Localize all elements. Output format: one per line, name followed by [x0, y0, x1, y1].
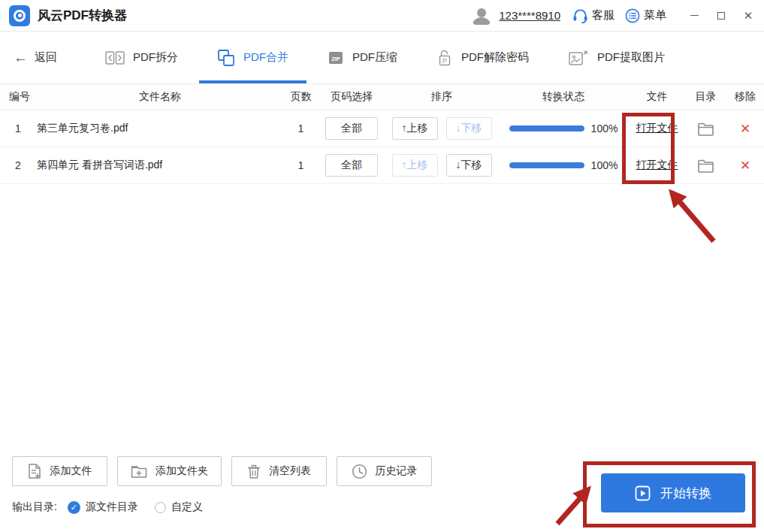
add-folder-icon	[131, 464, 147, 479]
radio-checked-icon: ✓	[68, 501, 80, 514]
move-up-button[interactable]: ↑上移	[392, 154, 438, 177]
table-header-row: 编号 文件名称 页数 页码选择 排序 转换状态 文件 目录 移除	[0, 84, 764, 110]
headset-icon	[572, 8, 588, 23]
row-filename: 第四单元 看拼音写词语.pdf	[36, 159, 284, 172]
tabbar: ← 返回 PDF拆分 PDF合并 ZIP PDF压缩	[0, 32, 764, 84]
remove-row-button[interactable]: ✕	[740, 158, 750, 174]
clock-icon	[352, 464, 367, 479]
tab-pdf-merge[interactable]: PDF合并	[198, 32, 308, 83]
tab-label: PDF提取图片	[597, 50, 665, 65]
user-avatar[interactable]	[470, 5, 493, 27]
minimize-button[interactable]	[689, 11, 699, 21]
clear-list-label: 清空列表	[269, 464, 311, 478]
row-pages: 1	[284, 159, 318, 171]
history-label: 历史记录	[376, 464, 418, 478]
open-file-link[interactable]: 打开文件	[636, 159, 678, 172]
titlebar: 风云PDF转换器 123****8910 客服	[0, 0, 764, 32]
col-header-sort: 排序	[385, 90, 498, 104]
close-icon: ✕	[744, 10, 753, 21]
start-convert-button[interactable]: 开始转换	[601, 473, 745, 512]
remove-row-button[interactable]: ✕	[740, 121, 750, 137]
progress-percent: 100%	[591, 122, 618, 135]
col-header-directory: 目录	[685, 90, 726, 104]
radio-custom-directory-label: 自定义	[171, 500, 203, 514]
col-header-filename: 文件名称	[36, 90, 284, 104]
back-button[interactable]: ← 返回	[14, 50, 57, 65]
tab-pdf-extract-images[interactable]: PDF提取图片	[548, 32, 684, 83]
add-file-button[interactable]: 添加文件	[12, 456, 107, 486]
file-table: 编号 文件名称 页数 页码选择 排序 转换状态 文件 目录 移除 1 第三单元复…	[0, 84, 764, 184]
col-header-page-select: 页码选择	[318, 90, 385, 104]
row-index: 1	[9, 122, 36, 135]
radio-unchecked-icon	[155, 502, 166, 513]
page-select-button[interactable]: 全部	[325, 117, 378, 140]
tab-pdf-compress[interactable]: ZIP PDF压缩	[308, 32, 417, 83]
play-icon	[635, 485, 651, 501]
maximize-icon	[717, 12, 725, 20]
output-directory-label: 输出目录:	[12, 500, 57, 514]
row-pages: 1	[284, 122, 318, 135]
tab-label: PDF压缩	[352, 50, 397, 65]
col-header-file: 文件	[629, 90, 685, 104]
page-select-button[interactable]: 全部	[325, 154, 378, 177]
add-folder-label: 添加文件夹	[156, 464, 208, 478]
progress-bar	[509, 162, 584, 168]
col-header-status: 转换状态	[498, 90, 629, 104]
open-directory-icon[interactable]	[697, 159, 714, 173]
tab-label: PDF合并	[243, 50, 288, 65]
clear-list-button[interactable]: 清空列表	[231, 456, 327, 486]
pdf-extract-image-icon	[568, 49, 589, 67]
add-folder-button[interactable]: 添加文件夹	[117, 456, 222, 486]
app-logo-icon	[9, 5, 30, 26]
menu-icon	[625, 8, 640, 23]
pdf-unlock-icon: P	[436, 49, 453, 67]
open-file-link[interactable]: 打开文件	[636, 122, 678, 135]
col-header-pages: 页数	[284, 90, 318, 104]
customer-service-button[interactable]: 客服	[572, 8, 615, 23]
minimize-icon	[690, 15, 699, 16]
table-row: 2 第四单元 看拼音写词语.pdf 1 全部 ↑上移 ↓下移 100% 打开文件…	[0, 147, 764, 184]
account-number-link[interactable]: 123****8910	[499, 9, 560, 22]
app-title: 风云PDF转换器	[38, 7, 127, 24]
annotation-arrow-start-convert	[551, 479, 599, 529]
col-header-index: 编号	[9, 90, 36, 104]
row-filename: 第三单元复习卷.pdf	[36, 122, 284, 135]
back-arrow-icon: ←	[14, 50, 28, 65]
pdf-merge-icon	[217, 49, 235, 67]
open-directory-icon[interactable]	[697, 122, 714, 136]
menu-button[interactable]: 菜单	[625, 8, 666, 23]
progress-percent: 100%	[591, 159, 618, 171]
add-file-label: 添加文件	[50, 464, 92, 478]
close-button[interactable]: ✕	[743, 11, 753, 21]
col-header-remove: 移除	[726, 90, 764, 104]
footer-toolbar: 添加文件 添加文件夹 清空列表 历史记录	[12, 456, 432, 486]
move-down-button[interactable]: ↓下移	[446, 117, 492, 140]
history-button[interactable]: 历史记录	[337, 456, 432, 486]
svg-text:P: P	[442, 57, 447, 65]
back-label: 返回	[35, 50, 57, 65]
add-file-icon	[28, 463, 42, 479]
tab-label: PDF解除密码	[461, 50, 529, 65]
maximize-button[interactable]	[716, 11, 726, 21]
tab-label: PDF拆分	[133, 50, 178, 65]
pdf-split-icon	[105, 50, 125, 65]
pdf-zip-icon: ZIP	[328, 50, 344, 66]
trash-icon	[247, 464, 261, 479]
tab-pdf-split[interactable]: PDF拆分	[86, 32, 198, 83]
avatar-icon	[470, 5, 493, 27]
tab-pdf-remove-password[interactable]: P PDF解除密码	[417, 32, 548, 83]
customer-service-label: 客服	[592, 8, 615, 23]
radio-source-directory[interactable]: ✓ 源文件目录	[68, 500, 138, 514]
radio-custom-directory[interactable]: 自定义	[155, 500, 203, 514]
move-down-button[interactable]: ↓下移	[446, 154, 492, 177]
svg-text:ZIP: ZIP	[331, 56, 340, 62]
start-convert-label: 开始转换	[660, 485, 711, 502]
row-index: 2	[9, 159, 36, 171]
menu-label: 菜单	[644, 8, 666, 23]
output-directory-row: 输出目录: ✓ 源文件目录 自定义	[12, 500, 219, 514]
progress-bar	[509, 125, 584, 131]
radio-source-directory-label: 源文件目录	[86, 500, 138, 514]
table-row: 1 第三单元复习卷.pdf 1 全部 ↑上移 ↓下移 100% 打开文件 ✕	[0, 110, 764, 147]
move-up-button[interactable]: ↑上移	[392, 117, 438, 140]
annotation-arrow-open-file	[652, 183, 723, 249]
